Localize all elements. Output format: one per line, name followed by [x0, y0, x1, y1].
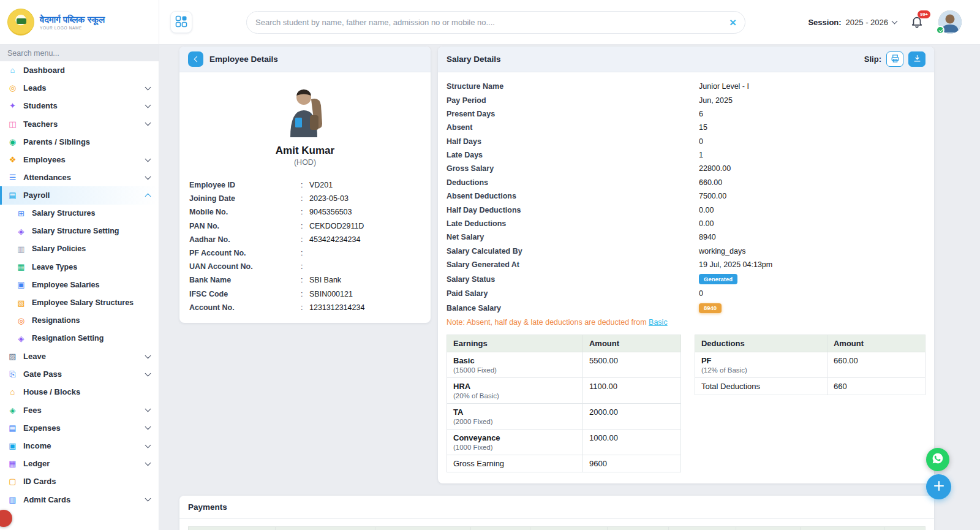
salary-detail-row: Absent Deductions 7500.00 — [447, 189, 925, 203]
sidebar-item-ledger[interactable]: ▦ Ledger — [0, 455, 159, 472]
parents-icon: ◉ — [7, 138, 18, 146]
employee-info-row: Mobile No. : 9045356503 — [189, 205, 421, 219]
salary-detail-row: Paid Salary 0 — [447, 287, 925, 300]
session-value: 2025 - 2026 — [846, 18, 888, 27]
employee-info-row: Account No. : 1231312314234 — [189, 301, 421, 314]
verified-badge-icon — [936, 26, 944, 34]
sidebar-item-house-blocks[interactable]: ⌂ House / Blocks — [0, 383, 159, 401]
salary-row-value: Generated — [699, 274, 925, 284]
salary-row-label: Late Deductions — [447, 219, 699, 228]
salary-row-value: 19 Jul, 2025 04:13pm — [699, 260, 925, 269]
notifications-button[interactable]: 99+ — [910, 15, 925, 29]
sidebar-item-leads[interactable]: ◎ Leads — [0, 79, 159, 97]
sidebar-item-label: Gate Pass — [23, 369, 140, 379]
sidebar-subitem-salary-structure-setting[interactable]: ◈ Salary Structure Setting — [0, 222, 159, 240]
deductions-table: Deductions Amount PF (12% of Basic) 660.… — [695, 335, 925, 395]
salary-detail-row: Balance Salary 8940 — [447, 301, 925, 316]
chevron-down-icon — [145, 173, 151, 180]
school-logo[interactable]: वेदमार्ग पब्लिक स्कूल YOUR LOGO NAME — [0, 0, 159, 44]
component-sub: (15000 Fixed) — [453, 366, 576, 374]
sidebar-item-gate-pass[interactable]: ⎘ Gate Pass — [0, 365, 159, 383]
student-search-input[interactable] — [255, 18, 729, 27]
chevron-down-icon — [145, 352, 151, 358]
sidebar: ⌂ Dashboard ◎ Leads ✦ Students ◫ Teacher… — [0, 45, 159, 530]
clear-search-icon[interactable]: × — [729, 17, 736, 28]
payroll-icon: ▤ — [7, 191, 18, 199]
salary-detail-row: Late Days 1 — [447, 148, 925, 162]
sidebar-subitem-salary-structures[interactable]: ⊞ Salary Structures — [0, 205, 159, 222]
salary-detail-row: Salary Generated At 19 Jul, 2025 04:13pm — [447, 258, 925, 271]
employee-info-row: IFSC Code : SBIN000121 — [189, 287, 421, 301]
sidebar-subitem-employee-salary-structures[interactable]: ▧ Employee Salary Structures — [0, 293, 159, 311]
leads-icon: ◎ — [7, 84, 18, 92]
salary-row-value: 7500.00 — [699, 192, 925, 200]
salary-row-label: Structure Name — [447, 82, 699, 91]
back-button[interactable] — [188, 51, 203, 67]
notification-count-badge: 99+ — [918, 10, 930, 18]
salary-row-label: Absent — [447, 123, 699, 132]
download-slip-button[interactable] — [908, 51, 925, 67]
sidebar-item-label: Payroll — [23, 191, 140, 200]
payments-col-action: Action — [885, 527, 925, 530]
salary-detail-row: Present Days 6 — [447, 107, 925, 121]
sidebar-item-label: Parents / Siblings — [23, 137, 140, 146]
salary-row-label: Half Day Deductions — [447, 206, 699, 214]
dashboard-icon: ⌂ — [7, 66, 18, 74]
salary-row-label: Balance Salary — [447, 304, 699, 312]
sidebar-item-fees[interactable]: ◈ Fees — [0, 401, 159, 419]
salary-detail-row: Salary Calculated By working_days — [447, 244, 925, 258]
sidebar-subitem-resignations[interactable]: ◎ Resignations — [0, 312, 159, 330]
sidebar-item-attendances[interactable]: ☰ Attendances — [0, 168, 159, 186]
note-basic-link[interactable]: Basic — [649, 318, 668, 327]
sidebar-item-label: Admit Cards — [23, 495, 140, 504]
sidebar-subitem-salary-policies[interactable]: ▥ Salary Policies — [0, 240, 159, 258]
sidebar-item-id-cards[interactable]: ▢ ID Cards — [0, 472, 159, 490]
sidebar-subitem-resignation-setting[interactable]: ◈ Resignation Setting — [0, 330, 159, 347]
app-root: वेदमार्ग पब्लिक स्कूल YOUR LOGO NAME × — [0, 0, 980, 530]
table-row: Total Deductions 660 — [695, 378, 925, 395]
salary-row-label: Salary Generated At — [447, 260, 699, 269]
sidebar-item-admit-cards[interactable]: ▥ Admit Cards — [0, 491, 159, 509]
salary-status-badge: Generated — [699, 274, 737, 284]
sidebar-item-expenses[interactable]: ▤ Expenses — [0, 419, 159, 437]
colon-separator: : — [301, 181, 309, 189]
sidebar-subitem-employee-salaries[interactable]: ▣ Employee Salaries — [0, 276, 159, 293]
user-avatar[interactable] — [938, 10, 962, 34]
sidebar-item-leave[interactable]: ▨ Leave — [0, 347, 159, 365]
add-payment-button[interactable] — [926, 474, 951, 499]
sidebar-item-employees[interactable]: ❖ Employees — [0, 151, 159, 168]
info-label: IFSC Code — [189, 290, 301, 298]
whatsapp-button[interactable] — [926, 448, 949, 471]
component-name: PF — [701, 356, 821, 365]
session-selector[interactable]: Session: 2025 - 2026 — [808, 18, 897, 27]
sidebar-item-dashboard[interactable]: ⌂ Dashboard — [0, 61, 159, 79]
salary-row-value: 6 — [699, 110, 925, 118]
salary-row-label: Late Days — [447, 151, 699, 159]
salary-details-card: Salary Details Slip: — [438, 47, 934, 483]
sidebar-item-students[interactable]: ✦ Students — [0, 97, 159, 115]
sidebar-item-teachers[interactable]: ◫ Teachers — [0, 115, 159, 133]
chevron-down-icon — [145, 156, 151, 162]
chevron-up-icon — [145, 194, 151, 200]
deductions-header: Deductions — [695, 335, 827, 352]
apps-grid-button[interactable] — [170, 11, 192, 33]
sidebar-item-parents-siblings[interactable]: ◉ Parents / Siblings — [0, 133, 159, 151]
salary-details-title: Salary Details — [447, 55, 501, 64]
print-slip-button[interactable] — [886, 51, 903, 67]
salary-row-label: Paid Salary — [447, 289, 699, 298]
payments-col-paid-amount: Paid Amount — [189, 527, 276, 530]
sidebar-subitem-leave-types[interactable]: ▦ Leave Types — [0, 258, 159, 276]
salary-row-label: Gross Salary — [447, 164, 699, 173]
info-label: Mobile No. — [189, 208, 301, 216]
school-logo-icon — [7, 9, 34, 36]
colon-separator: : — [301, 235, 309, 244]
sidebar-item-income[interactable]: ▣ Income — [0, 437, 159, 455]
menu-search-input[interactable] — [0, 45, 159, 61]
salary-row-label: Half Days — [447, 137, 699, 146]
sidebar-item-payroll[interactable]: ▤ Payroll — [0, 186, 159, 204]
expenses-icon: ▤ — [7, 424, 18, 432]
sidebar-menu: ⌂ Dashboard ◎ Leads ✦ Students ◫ Teacher… — [0, 61, 159, 509]
salary-detail-row: Deductions 660.00 — [447, 176, 925, 189]
payroll-submenu: ⊞ Salary Structures ◈ Salary Structure S… — [0, 205, 159, 348]
salary-row-value: 0.00 — [699, 206, 925, 214]
